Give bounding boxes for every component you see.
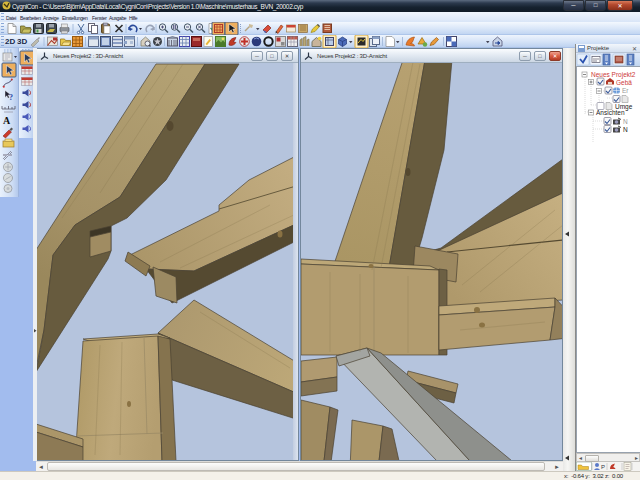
svg-text:2D: 2D [5,37,15,46]
svg-text:?: ? [9,93,13,102]
svg-text:3D: 3D [17,37,27,46]
svg-text:Ansichten: Ansichten [596,109,625,116]
svg-text:N: N [623,118,628,125]
svg-text:Gebä: Gebä [616,79,632,86]
svg-text:A: A [3,115,11,126]
svg-text:Er: Er [622,87,629,94]
svg-text:P: P [601,464,605,470]
svg-text:N: N [623,126,628,133]
